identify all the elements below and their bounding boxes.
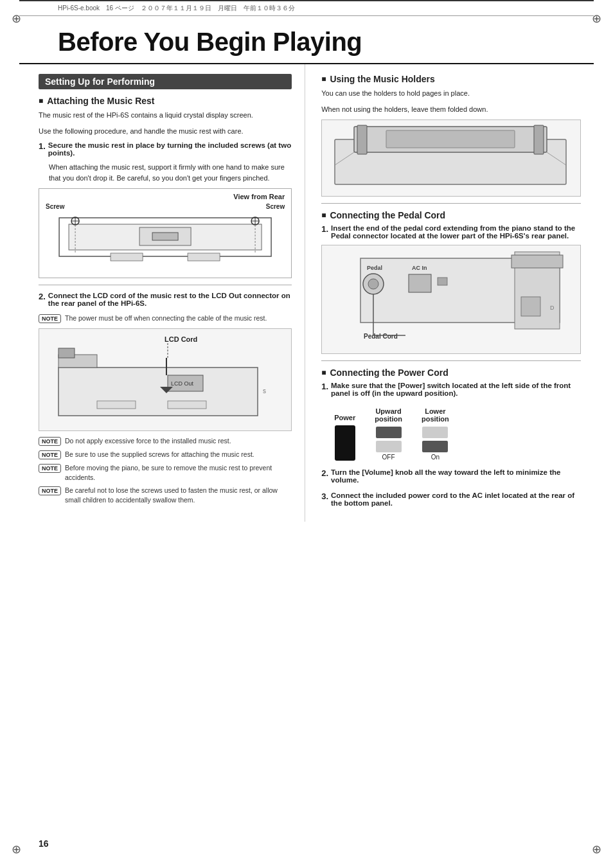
upward-switch-lower	[376, 441, 402, 452]
step2-label: 2.	[39, 292, 46, 310]
lcd-diagram: LCD Cord LCD Out	[39, 328, 292, 431]
svg-rect-30	[386, 130, 515, 148]
svg-point-37	[368, 279, 378, 289]
upward-sublabel: OFF	[382, 454, 395, 461]
step2-text: Connect the LCD cord of the music rest t…	[48, 292, 292, 307]
svg-rect-9	[152, 233, 178, 240]
svg-text:s: s	[263, 387, 266, 394]
note3-box: NOTE Be sure to use the supplied screws …	[39, 450, 292, 459]
svg-rect-29	[534, 125, 544, 154]
pedal-diagram: Pedal AC In Pedal Cord	[321, 245, 581, 354]
page-wrapper: ⊕ ⊕ ⊕ ⊕ HPi-6S-e.book 16 ページ ２００７年１１月１９日…	[0, 0, 613, 868]
section-header: Setting Up for Performing	[39, 74, 292, 89]
attaching-intro1: The music rest of the HPi-6S contains a …	[39, 110, 292, 121]
lcd-svg: LCD Cord LCD Out	[39, 329, 283, 432]
page-title-section: Before You Begin Playing	[19, 16, 594, 64]
page-title: Before You Begin Playing	[58, 28, 555, 57]
svg-rect-45	[521, 297, 540, 316]
header-bar: HPi-6S-e.book 16 ページ ２００７年１１月１９日 月曜日 午前１…	[19, 0, 594, 16]
attaching-title: Attaching the Music Rest	[39, 96, 292, 106]
power-step1-label: 1.	[321, 382, 328, 400]
content-area: Setting Up for Performing Attaching the …	[0, 64, 613, 522]
lower-position-group: Lowerposition On	[422, 407, 449, 461]
power-step2-row: 2. Turn the [Volume] knob all the way to…	[321, 468, 581, 486]
upward-switch	[376, 427, 402, 438]
svg-rect-23	[97, 401, 136, 409]
header-text: HPi-6S-e.book 16 ページ ２００７年１１月１９日 月曜日 午前１…	[58, 4, 295, 13]
power-step1-row: 1. Make sure that the [Power] switch loc…	[321, 382, 581, 400]
attaching-intro2: Use the following procedure, and handle …	[39, 126, 292, 137]
upward-label: Upwardposition	[375, 407, 402, 423]
power-step2-label: 2.	[321, 468, 328, 486]
power-switch-item: Power	[334, 414, 355, 461]
view-from-rear-diagram: View from Rear Screw Screw	[39, 188, 292, 278]
view-from-rear-label: View from Rear	[233, 193, 285, 200]
svg-rect-39	[438, 278, 447, 285]
corner-mark-tr: ⊕	[592, 12, 601, 26]
power-switch-black	[335, 425, 355, 461]
note4-text: Before moving the piano, be sure to remo…	[65, 463, 292, 482]
svg-text:LCD Out: LCD Out	[171, 380, 194, 387]
svg-text:Pedal Cord: Pedal Cord	[364, 333, 398, 340]
power-diagram: Power Upwardposition OFF Lowerposition O…	[334, 407, 581, 461]
lower-switch-upper	[422, 427, 448, 438]
divider1	[39, 285, 292, 285]
svg-rect-28	[357, 125, 367, 154]
power-step2-text: Turn the [Volume] knob all the way towar…	[331, 468, 581, 484]
note-badge-1: NOTE	[39, 314, 61, 323]
screw-label-right: Screw	[266, 203, 285, 210]
svg-rect-38	[409, 274, 431, 292]
step1-label: 1.	[39, 141, 46, 159]
right-column: Using the Music Holders You can use the …	[305, 64, 594, 522]
music-holders-text2: When not using the holders, leave them f…	[321, 104, 581, 115]
screw-label-left: Screw	[46, 203, 64, 210]
corner-mark-br: ⊕	[592, 842, 601, 856]
note2-text: Do not apply excessive force to the inst…	[65, 436, 231, 446]
power-step3-text: Connect the included power cord to the A…	[331, 492, 581, 507]
svg-rect-18	[58, 348, 75, 358]
notes-section: NOTE Do not apply excessive force to the…	[39, 436, 292, 505]
upward-position-group: Upwardposition OFF	[375, 407, 402, 461]
power-title: Connecting the Power Cord	[321, 368, 581, 378]
svg-text:LCD Cord: LCD Cord	[164, 335, 197, 343]
power-step3-row: 3. Connect the included power cord to th…	[321, 492, 581, 509]
pedal-step1-label: 1.	[321, 224, 328, 242]
svg-rect-41	[511, 255, 563, 268]
rear-view-svg	[39, 189, 291, 279]
svg-rect-10	[111, 253, 143, 261]
lower-switch	[422, 441, 448, 452]
pedal-step1-text: Insert the end of the pedal cord extendi…	[331, 224, 581, 240]
pedal-step1-row: 1. Insert the end of the pedal cord exte…	[321, 224, 581, 242]
divider2	[321, 203, 581, 204]
left-column: Setting Up for Performing Attaching the …	[19, 64, 305, 522]
power-label: Power	[334, 414, 355, 421]
svg-text:D: D	[550, 305, 555, 311]
note1-text: The power must be off when connecting th…	[65, 314, 267, 323]
step1-text: Secure the music rest in place by turnin…	[48, 141, 292, 157]
note2-box: NOTE Do not apply excessive force to the…	[39, 436, 292, 446]
note-badge-5: NOTE	[39, 486, 61, 495]
music-holder-svg	[322, 120, 579, 197]
step1-row: 1. Secure the music rest in place by tur…	[39, 141, 292, 159]
power-step3-label: 3.	[321, 492, 328, 509]
note-badge-2: NOTE	[39, 437, 61, 446]
note-badge-3: NOTE	[39, 450, 61, 459]
note-badge-4: NOTE	[39, 464, 61, 473]
step2-row: 2. Connect the LCD cord of the music res…	[39, 292, 292, 310]
note5-text: Be careful not to lose the screws used t…	[65, 486, 292, 504]
pedal-svg: Pedal AC In Pedal Cord	[322, 245, 579, 355]
pedal-title: Connecting the Pedal Cord	[321, 210, 581, 220]
corner-mark-tl: ⊕	[12, 12, 21, 26]
page-number: 16	[39, 838, 49, 849]
svg-rect-16	[58, 368, 258, 416]
divider3	[321, 360, 581, 361]
note4-box: NOTE Before moving the piano, be sure to…	[39, 463, 292, 482]
lower-label: Lowerposition	[422, 407, 449, 423]
svg-text:AC In: AC In	[412, 265, 427, 271]
note5-box: NOTE Be careful not to lose the screws u…	[39, 486, 292, 504]
corner-mark-bl: ⊕	[12, 842, 21, 856]
music-holders-title: Using the Music Holders	[321, 74, 581, 84]
music-holder-diagram	[321, 120, 581, 197]
note3-text: Be sure to use the supplied screws for a…	[65, 450, 254, 459]
note-step2: NOTE The power must be off when connecti…	[39, 314, 292, 323]
